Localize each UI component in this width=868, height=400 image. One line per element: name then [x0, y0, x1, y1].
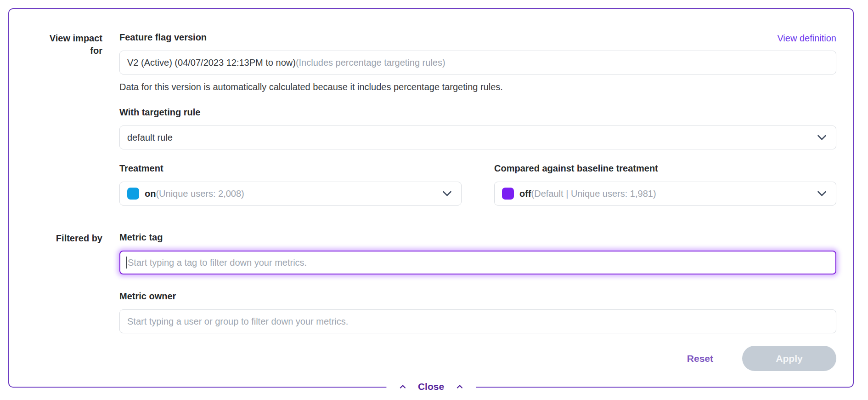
treatment-note: (Unique users: 2,008) — [156, 189, 244, 199]
text-cursor — [126, 257, 127, 269]
treatment-value: on — [145, 189, 156, 199]
baseline-treatment-column: Compared against baseline treatment off … — [494, 163, 836, 206]
feature-flag-version-note: (Includes percentage targeting rules) — [296, 57, 445, 68]
chevron-down-icon — [817, 191, 827, 197]
panel-grid: View impact for Feature flag version V2 … — [9, 9, 853, 388]
apply-button[interactable]: Apply — [742, 346, 836, 371]
version-helper-text: Data for this version is automatically c… — [119, 82, 836, 92]
baseline-treatment-value: off — [519, 189, 531, 199]
targeting-rule-value: default rule — [127, 132, 173, 143]
feature-flag-version-select[interactable]: V2 (Active) (04/07/2023 12:13PM to now) … — [119, 51, 836, 74]
reset-button[interactable]: Reset — [687, 353, 713, 364]
treatment-select[interactable]: on (Unique users: 2,008) — [119, 182, 462, 206]
view-impact-for-label: View impact for — [26, 32, 102, 206]
feature-flag-version-label: Feature flag version — [119, 32, 836, 42]
treatment-row: Treatment on (Unique users: 2,008) Compa… — [119, 163, 836, 206]
view-definition-link[interactable]: View definition — [777, 33, 836, 44]
impact-filter-panel: View definition View impact for Feature … — [8, 8, 854, 388]
baseline-color-swatch — [502, 188, 514, 200]
targeting-rule-select[interactable]: default rule — [119, 126, 836, 149]
chevron-down-icon — [817, 60, 827, 66]
treatment-label: Treatment — [119, 163, 462, 173]
close-label: Close — [418, 381, 444, 392]
chevron-down-icon — [442, 191, 452, 197]
chevron-up-icon — [399, 383, 406, 391]
baseline-treatment-select[interactable]: off (Default | Unique users: 1,981) — [494, 182, 836, 206]
metric-tag-input-wrap — [119, 251, 836, 274]
baseline-treatment-label: Compared against baseline treatment — [494, 163, 836, 173]
metric-owner-input-wrap — [119, 309, 836, 333]
metric-tag-label: Metric tag — [119, 232, 836, 242]
feature-flag-version-value: V2 (Active) (04/07/2023 12:13PM to now) — [127, 57, 296, 68]
baseline-treatment-note: (Default | Unique users: 1,981) — [531, 189, 656, 199]
treatment-column: Treatment on (Unique users: 2,008) — [119, 163, 462, 206]
actions-row: Reset Apply — [119, 346, 836, 371]
view-impact-content: Feature flag version V2 (Active) (04/07/… — [119, 32, 836, 206]
chevron-up-icon — [456, 383, 463, 391]
metric-owner-label: Metric owner — [119, 291, 836, 301]
close-panel-control[interactable]: Close — [386, 380, 476, 393]
metric-owner-input[interactable] — [119, 309, 836, 333]
targeting-rule-label: With targeting rule — [119, 107, 836, 117]
metric-tag-input[interactable] — [119, 251, 836, 274]
treatment-color-swatch — [127, 188, 139, 200]
filtered-by-label: Filtered by — [26, 232, 102, 371]
filtered-by-content: Metric tag Metric owner Reset Apply — [119, 232, 836, 371]
chevron-down-icon — [817, 135, 827, 141]
